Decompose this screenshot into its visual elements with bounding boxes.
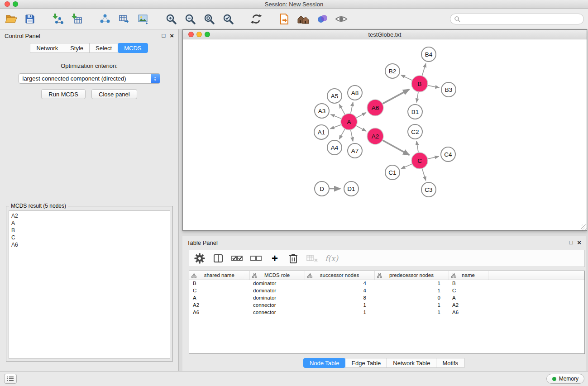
export-network-icon[interactable]	[97, 10, 113, 28]
graph-node-A2[interactable]: A2	[367, 128, 383, 144]
network-close-traffic-light[interactable]	[188, 32, 194, 37]
select-all-rows-icon[interactable]	[231, 252, 243, 265]
memory-button[interactable]: Memory	[546, 374, 584, 384]
save-icon[interactable]	[22, 10, 38, 28]
table-cell[interactable]: C	[189, 287, 249, 294]
table-cell[interactable]: 8	[305, 294, 374, 301]
mcds-result-item[interactable]: A6	[9, 241, 170, 248]
float-table-panel-icon[interactable]: □	[569, 240, 573, 245]
table-cell[interactable]: A2	[449, 301, 488, 309]
run-mcds-button[interactable]: Run MCDS	[41, 89, 86, 99]
column-header-mcds-role[interactable]: MCDS role	[249, 271, 305, 280]
table-cell[interactable]: A6	[189, 309, 249, 316]
tab-style[interactable]: Style	[64, 43, 90, 53]
add-column-icon[interactable]: +	[269, 252, 281, 265]
network-canvas[interactable]: B4B2BB3A8A5A6A3B1AC2A1A2A4A7C4CC1DD1C3	[183, 39, 587, 230]
tab-motifs[interactable]: Motifs	[436, 358, 464, 368]
close-table-panel-icon[interactable]: ×	[577, 240, 581, 245]
mcds-result-item[interactable]: C	[9, 234, 170, 241]
zoom-out-icon[interactable]	[182, 10, 198, 28]
tab-select[interactable]: Select	[89, 43, 118, 53]
table-cell[interactable]: B	[449, 280, 488, 287]
graph-node-A3[interactable]: A3	[315, 104, 329, 118]
graph-edge-C-C4[interactable]	[428, 157, 439, 159]
table-cell[interactable]: 1	[305, 301, 374, 309]
mcds-result-item[interactable]: A2	[9, 212, 170, 219]
graph-edge-A6-B[interactable]	[382, 89, 409, 104]
import-table-icon[interactable]	[69, 10, 85, 28]
tab-network-table[interactable]: Network Table	[387, 358, 436, 368]
network-zoom-traffic-light[interactable]	[205, 32, 210, 37]
graph-node-A1[interactable]: A1	[314, 125, 329, 139]
table-cell[interactable]: A	[189, 294, 249, 301]
home-icon[interactable]	[295, 10, 311, 28]
graph-edge-C-C3[interactable]	[422, 168, 425, 181]
table-cell[interactable]: 1	[374, 301, 449, 309]
table-cell[interactable]: B	[189, 280, 249, 287]
delete-table-icon[interactable]	[306, 252, 318, 265]
graph-node-A5[interactable]: A5	[327, 89, 342, 103]
graph-node-A7[interactable]: A7	[348, 143, 362, 158]
network-graph[interactable]: B4B2BB3A8A5A6A3B1AC2A1A2A4A7C4CC1DD1C3	[183, 39, 587, 230]
table-cell[interactable]: A	[449, 294, 488, 301]
mcds-result-item[interactable]: A	[9, 219, 170, 227]
graph-edge-C-C2[interactable]	[416, 141, 418, 153]
document-export-icon[interactable]	[276, 10, 292, 28]
tab-mcds[interactable]: MCDS	[118, 43, 148, 53]
open-file-icon[interactable]	[3, 10, 19, 28]
table-cell[interactable]: C	[449, 287, 488, 294]
table-row[interactable]: Adominator80A	[189, 294, 584, 301]
table-cell[interactable]: 1	[374, 309, 449, 316]
graph-edge-A-A7[interactable]	[351, 130, 353, 142]
network-minimize-traffic-light[interactable]	[196, 32, 202, 37]
tab-node-table[interactable]: Node Table	[303, 358, 346, 368]
table-cell[interactable]: connector	[249, 309, 305, 316]
table-row[interactable]: A6connector11A6	[189, 309, 584, 316]
graph-edge-B-B3[interactable]	[428, 86, 440, 88]
graph-node-A6[interactable]: A6	[367, 100, 383, 116]
graph-node-B1[interactable]: B1	[408, 105, 422, 119]
close-panel-icon[interactable]: ×	[170, 33, 174, 38]
graph-node-C3[interactable]: C3	[421, 182, 436, 197]
table-cell[interactable]: 4	[305, 287, 374, 294]
zoom-in-icon[interactable]	[163, 10, 179, 28]
refresh-icon[interactable]	[248, 10, 264, 28]
export-table-icon[interactable]	[116, 10, 132, 28]
column-header-name[interactable]: name	[449, 271, 488, 280]
graph-node-B[interactable]: B	[411, 76, 428, 92]
graph-node-A[interactable]: A	[341, 114, 357, 130]
graph-node-A4[interactable]: A4	[327, 140, 342, 155]
graph-edge-A-A6[interactable]	[356, 113, 366, 118]
graph-node-D[interactable]: D	[315, 181, 329, 196]
table-cell[interactable]: 1	[374, 280, 449, 287]
window-resize-grip[interactable]	[581, 224, 587, 230]
search-input[interactable]	[463, 16, 580, 22]
column-header-predecessor-nodes[interactable]: predecessor nodes	[374, 271, 449, 280]
zoom-selected-icon[interactable]	[220, 10, 236, 28]
graph-edge-A-A4[interactable]	[339, 129, 345, 139]
table-cell[interactable]: dominator	[249, 294, 305, 301]
export-image-icon[interactable]	[135, 10, 151, 28]
table-cell[interactable]: dominator	[249, 280, 305, 287]
graph-node-B2[interactable]: B2	[385, 64, 400, 78]
graph-edge-A-A3[interactable]	[331, 114, 342, 119]
table-cell[interactable]: dominator	[249, 287, 305, 294]
graph-edge-A-A5[interactable]	[339, 104, 345, 114]
optimization-criterion-select[interactable]: largest connected component (directed) ▲…	[19, 73, 160, 84]
float-panel-icon[interactable]: □	[162, 33, 165, 38]
graph-node-C[interactable]: C	[411, 152, 428, 169]
table-row[interactable]: A2connector11A2	[189, 301, 584, 309]
graph-edge-A-A1[interactable]	[330, 124, 342, 129]
close-traffic-light[interactable]	[5, 1, 10, 7]
search-field[interactable]	[450, 14, 584, 24]
tab-edge-table[interactable]: Edge Table	[345, 358, 387, 368]
graph-edge-B-B2[interactable]	[401, 75, 412, 81]
zoom-fit-icon[interactable]	[201, 10, 217, 28]
mcds-result-list[interactable]: A2ABCA6	[9, 210, 170, 359]
column-header-successor-nodes[interactable]: successor nodes	[305, 271, 374, 280]
gear-icon[interactable]	[194, 252, 206, 265]
table-row[interactable]: Bdominator41B	[189, 280, 584, 287]
mcds-result-item[interactable]: B	[9, 227, 170, 234]
deselect-all-rows-icon[interactable]	[250, 252, 262, 265]
graph-node-B3[interactable]: B3	[441, 82, 456, 97]
